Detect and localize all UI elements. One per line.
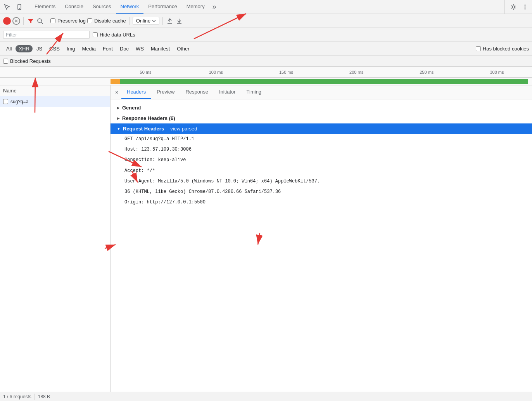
type-filter-row: All XHR JS CSS Img Media Font Doc WS Man… [0, 42, 532, 56]
general-arrow-icon: ▶ [117, 106, 120, 110]
devtools-tabbar: Elements Console Sources Network Perform… [0, 0, 532, 14]
more-options-icon[interactable] [520, 2, 530, 12]
svg-line-15 [41, 22, 43, 24]
svg-point-10 [512, 6, 515, 8]
filter-font[interactable]: Font [100, 45, 116, 52]
tick-300ms: 300 ms [462, 70, 532, 75]
toolbar-separator-2 [47, 17, 47, 25]
more-tabs-button[interactable]: » [209, 0, 219, 14]
bar-orange [111, 79, 120, 84]
svg-point-11 [525, 4, 526, 5]
tab-network[interactable]: Network [116, 0, 144, 14]
filter-icon[interactable] [27, 17, 35, 25]
tick-100ms: 100 ms [181, 70, 251, 75]
filter-input-wrapper: Filter [3, 31, 90, 39]
download-icon[interactable] [175, 17, 183, 25]
request-row-sug[interactable]: sug?q=a [0, 96, 110, 107]
request-header-row-5: 36 (KHTML, like Gecko) Chrome/87.0.4280.… [111, 187, 532, 197]
tick-200ms: 200 ms [321, 70, 392, 75]
record-button[interactable] [3, 17, 11, 25]
timeline-bar-container [111, 79, 532, 84]
request-header-row-3: Accept: */* [111, 166, 532, 176]
response-headers-label: Response Headers (6) [122, 115, 175, 121]
tab-performance[interactable]: Performance [143, 0, 181, 14]
filter-media[interactable]: Media [79, 45, 98, 52]
request-header-row-2: Connection: keep-alive [111, 155, 532, 165]
tab-memory[interactable]: Memory [182, 0, 209, 14]
cursor-icon[interactable] [2, 2, 12, 12]
tab-elements[interactable]: Elements [30, 0, 60, 14]
stop-button[interactable] [12, 17, 20, 25]
settings-icon[interactable] [508, 2, 519, 12]
transfer-size: 188 B [38, 394, 50, 399]
svg-point-14 [38, 19, 41, 23]
general-section-header[interactable]: ▶ General [111, 102, 532, 113]
has-blocked-checkbox[interactable] [476, 46, 481, 51]
disable-cache-checkbox[interactable]: Disable cache [87, 18, 126, 24]
svg-point-13 [525, 8, 526, 9]
search-icon[interactable] [36, 17, 44, 25]
svg-point-12 [525, 6, 526, 7]
filter-input[interactable] [17, 32, 87, 38]
response-headers-arrow-icon: ▶ [117, 116, 120, 120]
response-headers-section-header[interactable]: ▶ Response Headers (6) [111, 113, 532, 123]
detail-tab-initiator[interactable]: Initiator [214, 85, 241, 99]
hide-data-urls-checkbox[interactable]: Hide data URLs [93, 32, 135, 38]
request-header-row-0: GET /api/sug?q=a HTTP/1.1 [111, 134, 532, 144]
request-header-row-1: Host: 123.57.109.30:3006 [111, 144, 532, 155]
name-panel-header: Name [0, 85, 110, 96]
request-checkbox[interactable] [3, 99, 8, 104]
has-blocked-cookies: Has blocked cookies [476, 46, 529, 52]
bar-green [120, 79, 528, 84]
request-headers-section-header[interactable]: ▼ Request Headers view parsed [111, 123, 532, 134]
detail-content: ▶ General ▶ Response Headers (6) ▼ Reque… [111, 99, 532, 392]
network-toolbar: Preserve log Disable cache Online [0, 14, 532, 28]
svg-rect-8 [18, 4, 21, 10]
mobile-icon[interactable] [14, 2, 25, 12]
status-bar: 1 / 6 requests 188 B [0, 392, 532, 401]
filter-ws[interactable]: WS [133, 45, 147, 52]
filter-label: Filter [6, 32, 17, 38]
main-area: Name sug?q=a × Headers Preview Response … [0, 85, 532, 392]
filter-all[interactable]: All [3, 45, 15, 52]
tick-150ms: 150 ms [251, 70, 321, 75]
request-headers-arrow-icon: ▼ [117, 127, 121, 131]
upload-icon[interactable] [166, 17, 174, 25]
status-separator [35, 394, 35, 400]
filter-other[interactable]: Other [174, 45, 193, 52]
name-panel: Name sug?q=a [0, 85, 111, 392]
timeline-bar-row [0, 78, 532, 85]
filter-doc[interactable]: Doc [117, 45, 132, 52]
preserve-log-checkbox[interactable]: Preserve log [50, 18, 86, 24]
detail-tab-headers[interactable]: Headers [121, 85, 151, 99]
tab-sources[interactable]: Sources [88, 0, 116, 14]
filter-img[interactable]: Img [64, 45, 78, 52]
detail-close-button[interactable]: × [112, 88, 121, 97]
filter-css[interactable]: CSS [46, 45, 63, 52]
toolbar-separator-1 [23, 17, 24, 25]
detail-tab-response[interactable]: Response [180, 85, 214, 99]
filter-row: Filter Hide data URLs [0, 28, 532, 42]
tab-console[interactable]: Console [60, 0, 88, 14]
toolbar-separator-3 [129, 17, 130, 25]
filter-js[interactable]: JS [33, 45, 45, 52]
tick-50ms: 50 ms [111, 70, 181, 75]
devtools-left-icons [2, 0, 28, 14]
detail-tab-timing[interactable]: Timing [241, 85, 267, 99]
detail-tab-preview[interactable]: Preview [151, 85, 180, 99]
filter-xhr[interactable]: XHR [16, 45, 32, 52]
devtools-right-icons [504, 0, 530, 14]
blocked-requests-row: Blocked Requests [0, 56, 532, 67]
toolbar-separator-4 [162, 17, 163, 25]
request-header-row-4: User-Agent: Mozilla/5.0 (Windows NT 10.0… [111, 176, 532, 187]
timeline-header: 50 ms 100 ms 150 ms 200 ms 250 ms 300 ms [0, 67, 532, 78]
blocked-requests-checkbox[interactable] [3, 59, 8, 64]
detail-tabs: × Headers Preview Response Initiator Tim… [111, 85, 532, 99]
detail-panel: × Headers Preview Response Initiator Tim… [111, 85, 532, 392]
throttling-select[interactable]: Online [133, 17, 160, 25]
request-header-row-6: Origin: http://127.0.0.1:5500 [111, 197, 532, 208]
tick-250ms: 250 ms [392, 70, 462, 75]
view-parsed-button[interactable]: view parsed [170, 126, 197, 132]
filter-manifest[interactable]: Manifest [148, 45, 173, 52]
requests-count: 1 / 6 requests [3, 394, 31, 399]
